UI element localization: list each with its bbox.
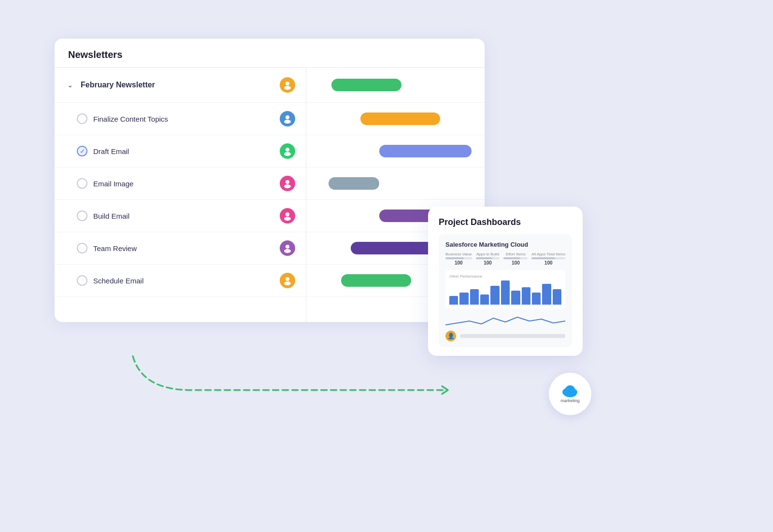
svg-point-19 xyxy=(570,388,576,393)
parent-task-col: ⌄ February Newsletter xyxy=(55,68,306,103)
salesforce-title: Salesforce Marketing Cloud xyxy=(445,241,565,248)
chart-label: Other Performance xyxy=(449,274,561,279)
child-task-name: Build Email xyxy=(93,212,274,220)
avatar xyxy=(280,208,295,224)
chart-bar xyxy=(522,287,530,305)
chart-area: Other Performance xyxy=(445,270,565,308)
metric-item: Apps to Build 100 xyxy=(476,252,500,266)
chart-bar xyxy=(459,293,468,305)
avatar xyxy=(280,273,295,288)
avatar xyxy=(280,240,295,256)
gantt-bar xyxy=(329,177,379,190)
child-task-col: Build Email xyxy=(55,200,306,232)
svg-point-11 xyxy=(284,249,291,253)
parent-task-name: February Newsletter xyxy=(81,81,274,89)
metric-item: Business Value 100 xyxy=(445,252,472,266)
svg-point-2 xyxy=(286,115,289,119)
salesforce-footer: 👤 xyxy=(445,331,565,341)
card-title: Newsletters xyxy=(68,49,122,60)
chart-bar xyxy=(490,286,499,305)
dashed-arrow xyxy=(118,347,457,395)
avatar xyxy=(280,143,295,159)
table-row: Build Email xyxy=(55,200,485,232)
metric-value: 100 xyxy=(531,260,565,266)
cloud-icon xyxy=(561,385,579,397)
child-bar-col xyxy=(306,135,485,168)
svg-point-10 xyxy=(286,245,289,249)
metric-bar-fill xyxy=(503,257,520,259)
chart-bar xyxy=(532,293,541,305)
chart-bar xyxy=(470,289,479,305)
sf-placeholder xyxy=(460,334,565,338)
metric-bar-fill xyxy=(531,257,555,259)
metric-bar-fill xyxy=(445,257,464,259)
avatar xyxy=(280,111,295,126)
salesforce-panel: Salesforce Marketing Cloud Business Valu… xyxy=(439,234,572,347)
chart-bar xyxy=(501,280,510,305)
svg-point-18 xyxy=(564,388,571,393)
metric-label: All Apps Total Items xyxy=(531,252,565,256)
checkbox-unchecked[interactable] xyxy=(77,275,87,286)
svg-point-4 xyxy=(286,148,289,152)
salesforce-marketing-icon[interactable]: marketing xyxy=(549,373,591,415)
svg-point-5 xyxy=(284,152,291,156)
child-task-name: Email Image xyxy=(93,180,274,188)
svg-point-12 xyxy=(286,277,289,281)
checkbox-unchecked[interactable] xyxy=(77,113,87,124)
gantt-bar xyxy=(360,112,440,125)
svg-point-7 xyxy=(284,184,291,188)
child-task-col: Team Review xyxy=(55,232,306,265)
sf-avatar: 👤 xyxy=(445,331,456,341)
gantt-bar xyxy=(341,274,411,287)
metric-bar-bg xyxy=(531,257,565,259)
svg-point-3 xyxy=(284,120,291,124)
checkbox-unchecked[interactable] xyxy=(77,178,87,189)
chevron-down-icon[interactable]: ⌄ xyxy=(65,80,75,90)
gantt-table: ⌄ February Newsletter Finalize Content T… xyxy=(55,68,485,322)
child-task-col: ✓ Draft Email xyxy=(55,135,306,168)
card-header: Newsletters xyxy=(55,39,485,68)
table-row: Email Image xyxy=(55,168,485,200)
child-task-col: Email Image xyxy=(55,168,306,200)
child-task-col: Schedule Email xyxy=(55,265,306,297)
table-row: Team Review xyxy=(55,232,485,265)
gantt-bar xyxy=(331,79,401,91)
newsletters-card: Newsletters ⌄ February Newsletter xyxy=(55,39,485,322)
checkbox-unchecked[interactable] xyxy=(77,210,87,221)
dashboard-title: Project Dashboards xyxy=(439,217,572,227)
chart-bar xyxy=(553,289,561,305)
checkbox-unchecked[interactable] xyxy=(77,243,87,253)
table-row xyxy=(55,297,485,322)
metric-label: Apps to Build xyxy=(476,252,500,256)
metric-value: 100 xyxy=(445,260,472,266)
metric-item: Effort Items 100 xyxy=(503,252,528,266)
child-bar-col xyxy=(306,168,485,200)
dashboard-card: Project Dashboards Salesforce Marketing … xyxy=(428,207,583,356)
child-task-name: Team Review xyxy=(93,244,274,252)
metric-bar-bg xyxy=(476,257,500,259)
child-task-name: Schedule Email xyxy=(93,277,274,285)
line-chart-area xyxy=(445,313,565,329)
metric-bar-fill xyxy=(476,257,493,259)
chart-bar xyxy=(449,296,458,305)
metric-label: Business Value xyxy=(445,252,472,256)
checkbox-checked[interactable]: ✓ xyxy=(77,146,87,156)
parent-bar-col xyxy=(306,68,485,103)
svg-point-9 xyxy=(284,217,291,221)
svg-point-8 xyxy=(286,212,289,216)
chart-bar xyxy=(480,294,489,305)
gantt-bar xyxy=(351,242,437,254)
table-row: Schedule Email xyxy=(55,265,485,297)
avatar xyxy=(280,77,295,93)
marketing-label: marketing xyxy=(560,398,580,403)
svg-point-6 xyxy=(286,180,289,184)
svg-point-13 xyxy=(284,281,291,285)
metric-bar-bg xyxy=(503,257,528,259)
child-task-name: Finalize Content Topics xyxy=(93,115,274,123)
metric-value: 100 xyxy=(503,260,528,266)
chart-bars xyxy=(449,280,561,305)
metric-item: All Apps Total Items 100 xyxy=(531,252,565,266)
chart-bar xyxy=(542,284,551,305)
table-row: ⌄ February Newsletter xyxy=(55,68,485,103)
chart-bar xyxy=(511,291,520,305)
